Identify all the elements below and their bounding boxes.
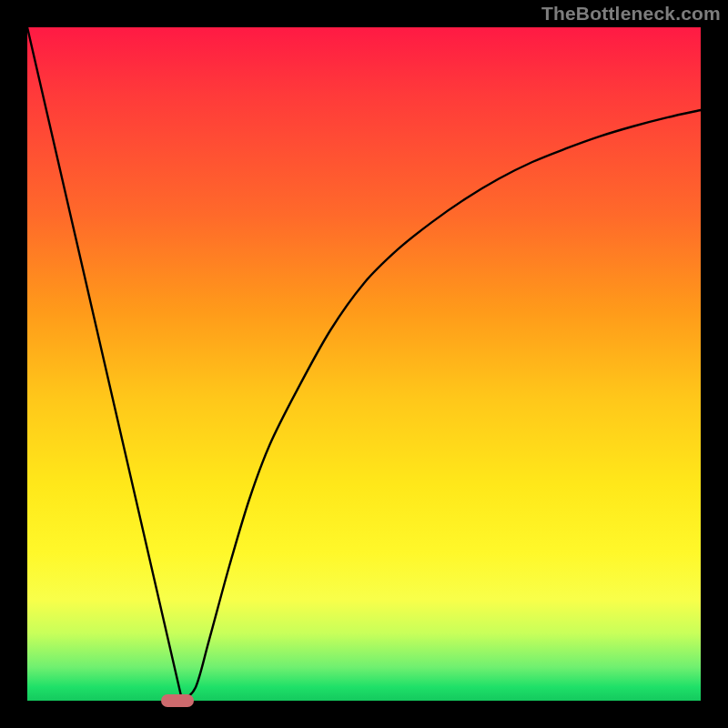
watermark-text: TheBottleneck.com	[541, 3, 721, 25]
plot-area	[27, 27, 701, 701]
optimal-marker	[161, 694, 194, 707]
bottleneck-curve	[27, 27, 701, 701]
chart-frame: TheBottleneck.com	[0, 0, 728, 728]
